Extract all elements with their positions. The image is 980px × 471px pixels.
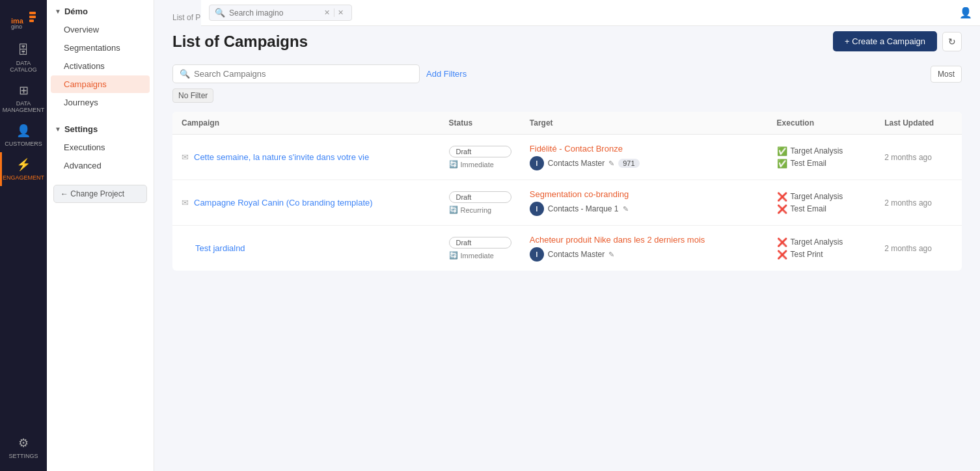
campaign-email-icon: ✉ (182, 198, 189, 208)
status-sub: 🔄 Immediate (449, 160, 511, 168)
status-sub: 🔄 Recurring (449, 206, 511, 214)
search-campaigns-icon: 🔍 (180, 69, 190, 79)
most-button[interactable]: Most (931, 66, 962, 83)
search-icon: 🔍 (215, 8, 225, 18)
target-link[interactable]: Fidélité - Contact Bronze (530, 144, 759, 154)
table-row: Test jardialnd Draft 🔄 Immediate Acheteu… (172, 226, 962, 271)
edit-icon[interactable]: ✎ (608, 159, 614, 168)
last-updated-cell: 2 months ago (875, 226, 962, 271)
status-cell: Draft 🔄 Immediate (440, 135, 521, 180)
execution-cell: ❌ Target Analysis ❌ Test Print (768, 226, 876, 271)
no-filter-badge[interactable]: No Filter (172, 88, 213, 103)
sidebar-section-demo[interactable]: ▼ Démo (47, 0, 154, 20)
exec-label: Test Email (791, 159, 826, 168)
settings-icon: ⚙ (18, 436, 29, 450)
sidebar-item-overview[interactable]: Overview (51, 21, 150, 38)
contact-avatar: I (530, 202, 544, 216)
exec-label: Target Analysis (791, 146, 843, 155)
campaign-cell: ✉ Campagne Royal Canin (Co branding temp… (172, 180, 440, 226)
sidebar: ▼ Démo Overview Segmentations Activation… (47, 0, 154, 471)
sidebar-item-data-management[interactable]: ⊞ DATA MANAGEMENT (0, 78, 47, 118)
col-status: Status (440, 112, 521, 135)
page-title-row: List of Campaigns + Create a Campaign ↻ (172, 31, 962, 51)
target-link[interactable]: Segmentation co-branding (530, 189, 759, 199)
sidebar-section-settings[interactable]: ▼ Settings (47, 118, 154, 138)
count-badge: 971 (618, 159, 639, 168)
topbar-user-icon[interactable]: 👤 (959, 7, 972, 19)
check-icon: ✅ (777, 146, 787, 156)
target-sub: I Contacts Master ✎ 971 (530, 156, 759, 170)
title-actions: + Create a Campaign ↻ (833, 31, 962, 51)
target-cell: Fidélité - Contact Bronze I Contacts Mas… (521, 135, 768, 180)
sidebar-item-advanced[interactable]: Advanced (51, 157, 150, 174)
recurring-icon: 🔄 (449, 251, 458, 260)
data-catalog-icon: 🗄 (18, 44, 29, 57)
x-icon: ❌ (777, 250, 787, 260)
sidebar-item-segmentations[interactable]: Segmentations (51, 39, 150, 57)
target-cell: Acheteur produit Nike dans les 2 dernier… (521, 226, 768, 271)
target-sub: I Contacts - Marque 1 ✎ (530, 202, 759, 216)
x-icon: ❌ (777, 237, 787, 247)
svg-text:gino: gino (11, 23, 22, 30)
customers-icon: 👤 (16, 124, 31, 138)
col-execution: Execution (768, 112, 876, 135)
sidebar-item-engagement[interactable]: ⚡ ENGAGEMENT (0, 152, 47, 186)
campaign-cell: Test jardialnd (172, 226, 440, 271)
sidebar-item-data-catalog[interactable]: 🗄 DATA CATALOG (0, 38, 47, 78)
target-label: Contacts Master (548, 159, 605, 168)
close-search-icon[interactable]: ✕ (334, 8, 344, 17)
exec-item: ❌ Test Print (777, 250, 867, 260)
execution-cell: ✅ Target Analysis ✅ Test Email (768, 135, 876, 180)
edit-icon[interactable]: ✎ (608, 250, 614, 259)
app-logo[interactable]: ima gino (8, 7, 38, 32)
campaign-name-link[interactable]: Test jardialnd (195, 243, 245, 253)
target-link[interactable]: Acheteur produit Nike dans les 2 dernier… (530, 235, 759, 245)
status-sub: 🔄 Immediate (449, 251, 511, 260)
campaign-table: Campaign Status Target Execution Last Up… (172, 112, 962, 271)
icon-bar: ima gino 🗄 DATA CATALOG ⊞ DATA MANAGEMEN… (0, 0, 47, 471)
engagement-icon: ⚡ (16, 157, 31, 172)
status-cell: Draft 🔄 Immediate (440, 226, 521, 271)
last-updated-cell: 2 months ago (875, 135, 962, 180)
target-label: Contacts Master (548, 250, 605, 259)
topbar-search[interactable]: 🔍 ✕ ✕ (209, 5, 352, 21)
sidebar-item-executions[interactable]: Executions (51, 139, 150, 156)
change-project-button[interactable]: ← Change Project (53, 185, 147, 203)
execution-cell: ❌ Target Analysis ❌ Test Email (768, 180, 876, 226)
topbar-search-input[interactable] (229, 8, 320, 18)
last-updated-text: 2 months ago (884, 244, 932, 253)
search-campaigns-input[interactable] (194, 69, 413, 79)
svg-rect-4 (29, 16, 36, 18)
check-icon: ✅ (777, 159, 787, 168)
svg-rect-3 (29, 12, 36, 14)
page-title: List of Campaigns (172, 33, 308, 51)
create-campaign-button[interactable]: + Create a Campaign (833, 31, 937, 51)
search-campaigns-box[interactable]: 🔍 (172, 64, 420, 83)
sidebar-item-activations[interactable]: Activations (51, 57, 150, 75)
recurring-icon: 🔄 (449, 160, 458, 168)
last-updated-text: 2 months ago (884, 153, 932, 162)
exec-item: ❌ Target Analysis (777, 237, 867, 247)
sidebar-item-campaigns[interactable]: Campaigns (51, 75, 150, 93)
add-filters-link[interactable]: Add Filters (426, 69, 467, 79)
topbar: 🔍 ✕ ✕ 👤 (201, 0, 980, 26)
edit-icon[interactable]: ✎ (623, 205, 629, 213)
sidebar-item-journeys[interactable]: Journeys (51, 94, 150, 111)
table-row: ✉ Cette semaine, la nature s'invite dans… (172, 135, 962, 180)
chevron-icon: ▼ (55, 8, 61, 15)
campaign-email-icon: ✉ (182, 152, 189, 162)
campaign-name-link[interactable]: Campagne Royal Canin (Co branding templa… (194, 198, 373, 208)
clear-search-icon[interactable]: ✕ (324, 8, 330, 17)
sidebar-item-customers[interactable]: 👤 CUSTOMERS (0, 118, 47, 152)
exec-item: ✅ Target Analysis (777, 146, 867, 156)
contact-avatar: I (530, 156, 544, 170)
svg-rect-5 (29, 20, 34, 22)
sidebar-item-settings[interactable]: ⚙ SETTINGS (0, 431, 47, 464)
col-campaign: Campaign (172, 112, 440, 135)
status-badge: Draft (449, 191, 511, 203)
exec-label: Target Analysis (791, 237, 843, 247)
refresh-button[interactable]: ↻ (942, 32, 962, 51)
campaign-name-link[interactable]: Cette semaine, la nature s'invite dans v… (194, 152, 369, 162)
last-updated-cell: 2 months ago (875, 180, 962, 226)
status-badge: Draft (449, 146, 511, 157)
